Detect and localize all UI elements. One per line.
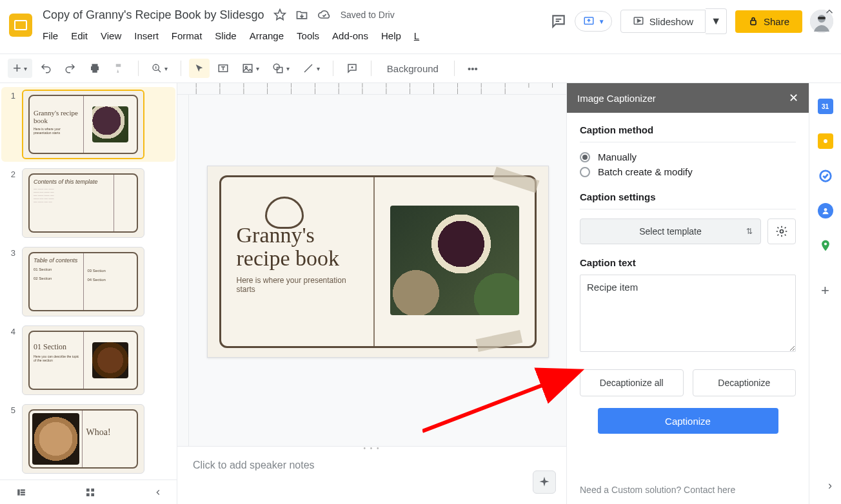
slideshow-button[interactable]: Slideshow [620,10,706,33]
slide-number: 3 [4,247,15,258]
menu-insert[interactable]: Insert [134,30,159,41]
save-status: Saved to Driv [341,10,395,20]
main-area: 1 Granny's recipe bookHere is where your… [0,83,841,504]
slide-photo[interactable] [390,206,519,315]
undo-button[interactable] [35,59,57,78]
svg-rect-20 [91,493,94,496]
explore-button[interactable] [533,470,556,494]
svg-point-26 [824,242,826,245]
star-icon[interactable] [273,8,286,21]
menu-more[interactable]: L [414,30,419,41]
slide-canvas[interactable]: Granny's recipe book Here is where your … [207,166,549,358]
textbox-tool[interactable] [212,59,234,78]
svg-rect-9 [243,64,252,72]
menu-format[interactable]: Format [172,30,203,41]
app-header: Copy of Granny's Recipe Book by Slidesgo… [0,0,841,53]
template-select[interactable]: Select template [580,218,761,244]
contacts-icon[interactable] [818,203,833,218]
line-tool[interactable] [297,59,325,78]
radio-checked-icon [580,152,590,162]
slideshow-dropdown[interactable]: ▼ [706,8,727,34]
tasks-icon[interactable] [818,168,833,184]
svg-rect-13 [17,489,20,495]
speaker-notes[interactable]: • • • Click to add speaker notes [177,446,566,504]
filmstrip-footer [0,480,177,504]
print-button[interactable] [84,59,106,78]
slide-number: 1 [4,90,15,101]
zoom-button[interactable] [146,59,173,78]
radio-manually[interactable]: Manually [580,151,796,162]
svg-point-25 [824,208,827,211]
menu-slide[interactable]: Slide [215,30,236,41]
settings-button[interactable] [767,218,796,244]
close-icon[interactable]: ✕ [789,91,798,105]
filmstrip-view-icon[interactable] [15,488,27,497]
decaptionize-button[interactable]: Decaptionize [693,369,796,396]
doc-title[interactable]: Copy of Granny's Recipe Book by Slidesgo [43,8,264,22]
paint-format-button[interactable] [108,59,130,78]
thumb-title: 01 Section [34,342,79,352]
toc-4: 04 Section [88,278,134,282]
resize-grip-icon[interactable]: • • • [363,445,380,452]
slide-subtitle[interactable]: Here is where your presentation starts [237,276,358,294]
radio-batch-label: Batch create & modify [598,166,693,177]
radio-batch[interactable]: Batch create & modify [580,166,796,177]
background-button[interactable]: Background [379,59,446,78]
slide-number: 5 [4,404,15,415]
notes-placeholder: Click to add speaker notes [193,460,315,470]
toc-3: 03 Section [88,269,134,273]
slide-title[interactable]: Granny's recipe book [237,224,358,269]
calendar-icon[interactable]: 31 [818,99,833,114]
more-tools-icon[interactable]: ••• [462,59,483,78]
radio-unchecked-icon [580,167,590,177]
menu-view[interactable]: View [101,30,121,41]
template-select-label: Select template [639,226,702,237]
slide-thumb-5[interactable]: 5 Whoa! [4,404,173,474]
slide-thumb-4[interactable]: 4 01 SectionHere you can describe the to… [4,325,173,395]
select-tool[interactable] [189,59,210,78]
collapse-filmstrip-icon[interactable] [153,488,163,497]
svg-rect-3 [751,21,756,25]
section-caption-method: Caption method [580,124,796,135]
menu-tools[interactable]: Tools [297,30,319,41]
shape-tool[interactable] [267,59,295,78]
svg-rect-16 [21,494,25,495]
menu-addons[interactable]: Add-ons [332,30,368,41]
grid-view-icon[interactable] [85,487,95,498]
filmstrip[interactable]: 1 Granny's recipe bookHere is where your… [0,83,177,504]
present-to-meeting[interactable]: ▼ [575,11,612,32]
section-caption-text: Caption text [580,257,796,268]
ruler-vertical [177,95,189,446]
decaptionize-all-button[interactable]: Decaptionize all [580,369,684,396]
menu-arrange[interactable]: Arrange [250,30,284,41]
comments-icon[interactable] [550,13,567,30]
thumb-title: Contents of this template [34,179,110,185]
menu-help[interactable]: Help [381,30,401,41]
captionize-button[interactable]: Captionize [598,408,778,434]
collapse-toolbar-icon[interactable] [820,3,838,21]
menu-edit[interactable]: Edit [71,30,88,41]
svg-rect-18 [91,489,94,492]
panel-footer-link[interactable]: Need a Custom solution? Contact here [567,476,809,504]
caption-text-input[interactable] [580,275,796,352]
add-addon-icon[interactable]: + [818,283,833,298]
redo-button[interactable] [59,59,81,78]
comment-tool[interactable] [341,59,363,78]
share-button[interactable]: Share [735,10,802,33]
menu-file[interactable]: File [43,30,58,41]
keep-icon[interactable] [818,133,833,149]
maps-icon[interactable] [818,238,833,253]
slide-thumb-3[interactable]: 3 Table of contents01 Section02 Section … [4,247,173,316]
slides-logo[interactable] [8,8,34,43]
panel-title: Image Captionizer [577,93,656,104]
slide-thumb-1[interactable]: 1 Granny's recipe bookHere is where your… [1,87,175,162]
slide-thumb-2[interactable]: 2 Contents of this template── ─── ── ───… [4,168,173,238]
svg-rect-15 [21,491,25,492]
new-slide-button[interactable]: + [8,59,32,78]
cloud-done-icon[interactable] [317,8,331,21]
image-tool[interactable] [237,59,264,78]
collapse-rail-icon[interactable]: › [828,479,832,492]
thumb-title: Granny's recipe book [34,109,79,124]
section-caption-settings: Caption settings [580,191,796,202]
move-icon[interactable] [295,8,308,21]
